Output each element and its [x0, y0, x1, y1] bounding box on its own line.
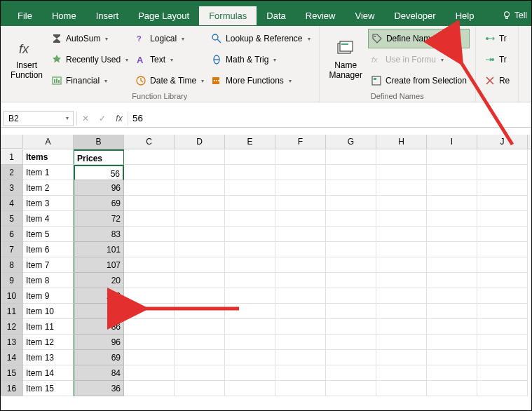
cell-B7[interactable]: 101 — [74, 242, 124, 257]
cell-D15[interactable] — [175, 365, 225, 381]
cell-F5[interactable] — [275, 211, 326, 227]
tab-developer[interactable]: Developer — [384, 6, 445, 25]
cell-B5[interactable]: 72 — [74, 211, 124, 227]
cell-A5[interactable]: Item 4 — [23, 211, 74, 227]
cell-G14[interactable] — [326, 350, 376, 365]
define-name-button[interactable]: Define Name▾ — [368, 29, 470, 48]
cell-I1[interactable] — [427, 149, 477, 165]
row-header[interactable]: 11 — [1, 304, 23, 319]
cell-E11[interactable] — [225, 304, 275, 319]
cell-H15[interactable] — [376, 365, 427, 381]
cell-H1[interactable] — [376, 149, 427, 165]
cell-B2[interactable]: 56 — [74, 165, 124, 180]
cell-D14[interactable] — [175, 350, 225, 365]
cell-H8[interactable] — [376, 257, 427, 273]
cell-H11[interactable] — [376, 304, 427, 319]
cell-I15[interactable] — [427, 365, 477, 381]
cell-G2[interactable] — [326, 165, 376, 180]
name-box[interactable]: B2 ▾ — [4, 111, 74, 126]
cell-E15[interactable] — [225, 365, 275, 381]
cell-F3[interactable] — [275, 180, 326, 196]
cell-G11[interactable] — [326, 304, 376, 319]
cell-G4[interactable] — [326, 196, 376, 211]
cell-I9[interactable] — [427, 273, 477, 288]
remove-arrows-button[interactable]: Re — [482, 71, 512, 90]
cell-E9[interactable] — [225, 273, 275, 288]
cell-E3[interactable] — [225, 180, 275, 196]
row-header[interactable]: 8 — [1, 257, 23, 273]
cell-A2[interactable]: Item 1 — [23, 165, 74, 180]
financial-button[interactable]: Financial▾ — [48, 71, 131, 90]
column-header-G[interactable]: G — [326, 135, 376, 149]
row-header[interactable]: 16 — [1, 381, 23, 396]
cell-H13[interactable] — [376, 335, 427, 350]
cell-G9[interactable] — [326, 273, 376, 288]
cell-J2[interactable] — [477, 165, 528, 180]
cell-C12[interactable] — [124, 319, 175, 335]
cell-I5[interactable] — [427, 211, 477, 227]
cell-C1[interactable] — [124, 149, 175, 165]
text-button[interactable]: A Text▾ — [132, 50, 207, 69]
cell-B14[interactable]: 69 — [74, 350, 124, 365]
cell-J1[interactable] — [477, 149, 528, 165]
cell-H16[interactable] — [376, 381, 427, 396]
cancel-formula-button[interactable]: ✕ — [77, 114, 94, 123]
row-header[interactable]: 13 — [1, 335, 23, 350]
tab-formulas[interactable]: Formulas — [199, 6, 257, 25]
cell-I6[interactable] — [427, 227, 477, 242]
cell-E13[interactable] — [225, 335, 275, 350]
cell-B1[interactable]: Prices — [74, 149, 124, 165]
cell-F6[interactable] — [275, 227, 326, 242]
cell-C2[interactable] — [124, 165, 175, 180]
cell-A4[interactable]: Item 3 — [23, 196, 74, 211]
enter-formula-button[interactable]: ✓ — [94, 114, 111, 123]
cell-I2[interactable] — [427, 165, 477, 180]
cell-D4[interactable] — [175, 196, 225, 211]
cell-C10[interactable] — [124, 288, 175, 304]
cell-F11[interactable] — [275, 304, 326, 319]
cell-J15[interactable] — [477, 365, 528, 381]
cell-C13[interactable] — [124, 335, 175, 350]
cell-C5[interactable] — [124, 211, 175, 227]
row-header[interactable]: 4 — [1, 196, 23, 211]
lookup-reference-button[interactable]: Lookup & Reference▾ — [208, 29, 313, 48]
cell-G16[interactable] — [326, 381, 376, 396]
cell-F8[interactable] — [275, 257, 326, 273]
cell-J6[interactable] — [477, 227, 528, 242]
column-header-E[interactable]: E — [225, 135, 275, 149]
cell-C15[interactable] — [124, 365, 175, 381]
cell-D6[interactable] — [175, 227, 225, 242]
row-header[interactable]: 7 — [1, 242, 23, 257]
cell-G10[interactable] — [326, 288, 376, 304]
row-header[interactable]: 2 — [1, 165, 23, 180]
cell-D10[interactable] — [175, 288, 225, 304]
tab-page-layout[interactable]: Page Layout — [128, 6, 199, 25]
cell-G5[interactable] — [326, 211, 376, 227]
cell-J5[interactable] — [477, 211, 528, 227]
cell-I12[interactable] — [427, 319, 477, 335]
cell-A7[interactable]: Item 6 — [23, 242, 74, 257]
tab-view[interactable]: View — [345, 6, 384, 25]
column-header-I[interactable]: I — [427, 135, 477, 149]
more-functions-button[interactable]: More Functions▾ — [208, 71, 313, 90]
cell-F10[interactable] — [275, 288, 326, 304]
cell-E8[interactable] — [225, 257, 275, 273]
cell-I8[interactable] — [427, 257, 477, 273]
cell-J11[interactable] — [477, 304, 528, 319]
cell-H5[interactable] — [376, 211, 427, 227]
cell-F15[interactable] — [275, 365, 326, 381]
spreadsheet-grid[interactable]: ABCDEFGHIJ 1ItemsPrices2Item 1563Item 29… — [1, 135, 531, 396]
cell-F12[interactable] — [275, 319, 326, 335]
column-header-D[interactable]: D — [175, 135, 225, 149]
trace-precedents-button[interactable]: Tr — [482, 29, 512, 48]
cell-A14[interactable]: Item 13 — [23, 350, 74, 365]
cell-C8[interactable] — [124, 257, 175, 273]
row-header[interactable]: 10 — [1, 288, 23, 304]
row-header[interactable]: 5 — [1, 211, 23, 227]
name-manager-button[interactable]: Name Manager — [325, 29, 367, 90]
cell-A1[interactable]: Items — [23, 149, 74, 165]
cell-D12[interactable] — [175, 319, 225, 335]
cell-J10[interactable] — [477, 288, 528, 304]
select-all-corner[interactable] — [1, 135, 23, 149]
math-trig-button[interactable]: Math & Trig▾ — [208, 50, 313, 69]
